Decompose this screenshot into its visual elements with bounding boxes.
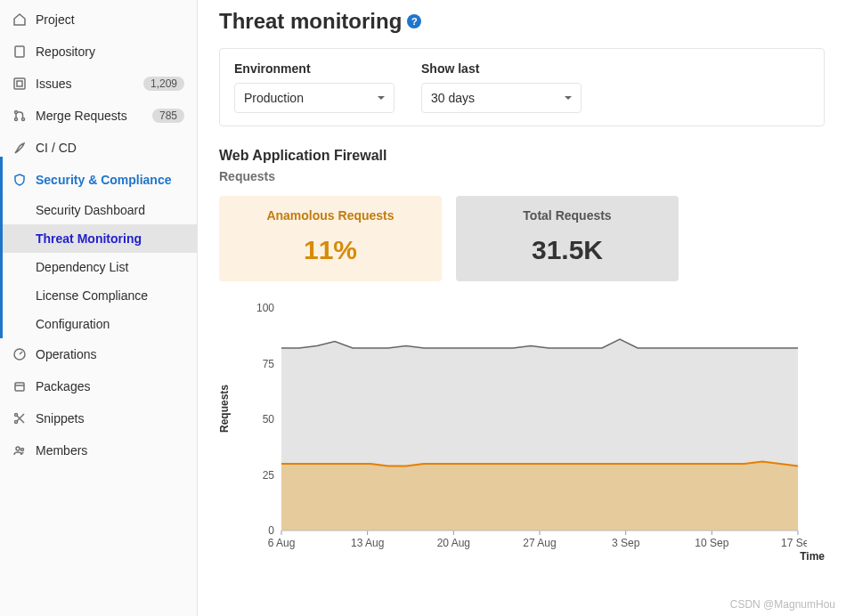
scissors-icon	[12, 411, 27, 426]
x-axis-label: Time	[800, 550, 825, 563]
sidebar: Project Repository Issues 1,209 Merge Re…	[0, 0, 198, 616]
svg-text:27 Aug: 27 Aug	[523, 537, 556, 549]
sidebar-sub-threat-monitoring[interactable]: Threat Monitoring	[0, 224, 197, 253]
merge-icon	[12, 109, 27, 123]
badge-count: 785	[152, 109, 184, 123]
svg-point-3	[15, 111, 18, 114]
sidebar-sub-dependency-list[interactable]: Dependency List	[0, 253, 197, 281]
select-value: 30 days	[431, 91, 475, 105]
file-icon	[12, 45, 27, 59]
sidebar-item-project[interactable]: Project	[0, 4, 197, 36]
page-title: Threat monitoring ?	[219, 9, 825, 34]
select-value: Production	[244, 91, 304, 105]
page-title-text: Threat monitoring	[219, 9, 402, 34]
shield-icon	[12, 173, 27, 187]
svg-point-10	[16, 447, 20, 450]
requests-chart: 02550751006 Aug13 Aug20 Aug27 Aug3 Sep10…	[219, 299, 807, 557]
filter-environment: Environment Production	[234, 61, 395, 113]
card-value: 31.5K	[465, 235, 670, 265]
sidebar-item-label: CI / CD	[36, 141, 77, 155]
sidebar-item-repository[interactable]: Repository	[0, 36, 197, 68]
sidebar-item-label: Merge Requests	[36, 109, 127, 123]
sidebar-item-label: Project	[36, 12, 75, 27]
sidebar-item-label: Issues	[36, 77, 71, 91]
svg-rect-1	[14, 78, 25, 89]
sidebar-item-issues[interactable]: Issues 1,209	[0, 68, 197, 100]
watermark: CSDN @MagnumHou	[730, 598, 835, 611]
sidebar-sub-security-dashboard[interactable]: Security Dashboard	[0, 196, 197, 224]
section-title: Web Application Firewall	[219, 148, 825, 164]
svg-point-11	[21, 449, 24, 451]
sidebar-item-label: Repository	[36, 45, 95, 59]
filter-label: Environment	[234, 61, 395, 76]
svg-text:25: 25	[263, 469, 275, 482]
rocket-icon	[12, 141, 27, 155]
card-anomalous-requests: Anamolous Requests 11%	[219, 196, 442, 281]
svg-text:75: 75	[263, 358, 275, 370]
range-select[interactable]: 30 days	[421, 83, 582, 113]
svg-text:17 Sep: 17 Sep	[781, 537, 807, 549]
svg-point-4	[15, 118, 18, 121]
sidebar-item-security[interactable]: Security & Compliance	[0, 164, 197, 196]
filter-label: Show last	[421, 61, 582, 76]
members-icon	[12, 443, 27, 458]
sidebar-item-label: Snippets	[36, 411, 84, 426]
card-label: Total Requests	[465, 208, 670, 223]
sidebar-item-packages[interactable]: Packages	[0, 370, 197, 402]
sidebar-sub-license-compliance[interactable]: License Compliance	[0, 281, 197, 310]
sidebar-item-merge-requests[interactable]: Merge Requests 785	[0, 100, 197, 132]
filter-range: Show last 30 days	[421, 61, 582, 113]
card-label: Anamolous Requests	[228, 208, 433, 223]
filter-bar: Environment Production Show last 30 days	[219, 48, 825, 126]
svg-rect-2	[17, 81, 22, 86]
sidebar-item-members[interactable]: Members	[0, 434, 197, 466]
svg-text:20 Aug: 20 Aug	[437, 537, 470, 549]
svg-text:6 Aug: 6 Aug	[268, 537, 296, 549]
sidebar-sub-configuration[interactable]: Configuration	[0, 310, 197, 338]
sidebar-item-label: Operations	[36, 347, 96, 361]
svg-point-5	[22, 118, 25, 121]
issues-icon	[12, 77, 27, 91]
chart-container: Requests 02550751006 Aug13 Aug20 Aug27 A…	[219, 299, 825, 557]
svg-text:10 Sep: 10 Sep	[695, 537, 728, 549]
summary-cards: Anamolous Requests 11% Total Requests 31…	[219, 196, 825, 281]
card-value: 11%	[228, 235, 433, 265]
sidebar-item-cicd[interactable]: CI / CD	[0, 132, 197, 164]
sidebar-item-operations[interactable]: Operations	[0, 338, 197, 370]
card-total-requests: Total Requests 31.5K	[456, 196, 679, 281]
section-subtitle: Requests	[219, 169, 825, 183]
sidebar-item-label: Members	[36, 443, 87, 458]
sidebar-item-label: Security & Compliance	[36, 173, 172, 187]
sidebar-item-label: Packages	[36, 379, 90, 393]
svg-text:0: 0	[268, 524, 274, 537]
package-icon	[12, 379, 27, 393]
gauge-icon	[12, 347, 27, 361]
sidebar-subgroup-security: Security Dashboard Threat Monitoring Dep…	[0, 196, 197, 338]
svg-text:50: 50	[263, 413, 275, 426]
sidebar-item-snippets[interactable]: Snippets	[0, 402, 197, 434]
main-content: Threat monitoring ? Environment Producti…	[198, 0, 846, 616]
svg-text:100: 100	[256, 302, 274, 314]
svg-rect-0	[15, 46, 24, 57]
help-icon[interactable]: ?	[407, 14, 421, 28]
badge-count: 1,209	[143, 77, 184, 91]
environment-select[interactable]: Production	[234, 83, 395, 113]
y-axis-label: Requests	[218, 385, 231, 433]
svg-rect-7	[15, 383, 24, 391]
svg-text:13 Aug: 13 Aug	[351, 537, 384, 549]
home-icon	[12, 12, 27, 27]
svg-text:3 Sep: 3 Sep	[612, 537, 640, 549]
